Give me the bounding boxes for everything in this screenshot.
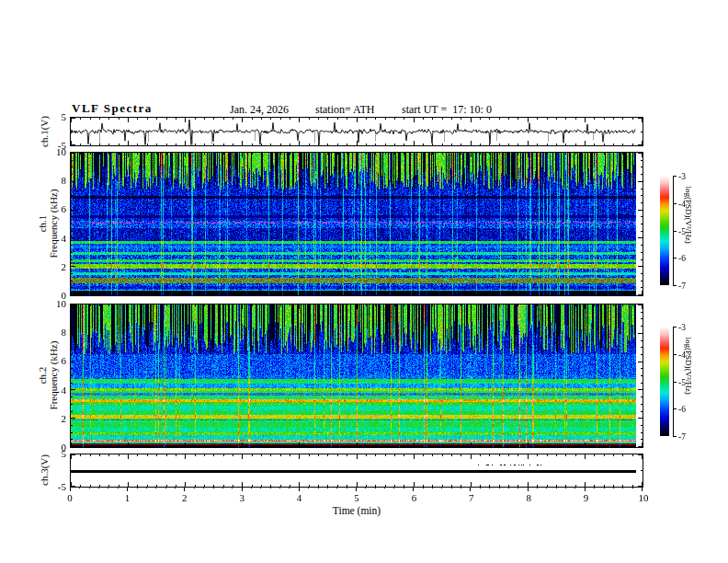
x-tick	[451, 445, 452, 447]
x-tick	[385, 454, 386, 456]
x-tick	[366, 304, 367, 306]
y-tick	[641, 312, 643, 313]
x-tick	[166, 304, 167, 306]
x-tick	[594, 293, 595, 295]
x-tick	[195, 118, 196, 120]
x-tick	[270, 304, 271, 306]
x-tick	[99, 454, 100, 456]
x-tick	[604, 304, 605, 306]
x-tick	[318, 454, 319, 456]
y-tick	[71, 181, 75, 182]
x-tick	[195, 445, 196, 447]
x-tick	[604, 144, 605, 145]
x-tick	[547, 118, 548, 120]
x-tick	[204, 445, 205, 447]
x-axis-outer-tick	[213, 487, 214, 488]
x-tick	[280, 485, 281, 487]
x-tick	[366, 153, 367, 155]
x-tick	[119, 445, 119, 447]
x-tick	[261, 153, 262, 155]
x-tick	[565, 153, 566, 155]
x-tick	[166, 454, 167, 456]
x-tick	[404, 293, 404, 295]
x-tick	[423, 144, 424, 145]
x-tick	[366, 485, 367, 487]
x-tick	[394, 304, 395, 306]
x-tick	[508, 454, 509, 456]
x-tick	[223, 153, 224, 155]
x-tick	[166, 485, 167, 487]
cb2-tick-label: -3	[678, 323, 686, 332]
cb2-tick-label: -5	[678, 378, 686, 387]
y-tick	[71, 454, 75, 455]
x-tick	[213, 153, 214, 155]
x-tick	[385, 153, 386, 155]
x-tick	[480, 118, 481, 120]
x-tick	[204, 304, 205, 306]
x-tick	[309, 445, 310, 447]
x-tick	[80, 153, 81, 155]
x-tick	[461, 304, 461, 306]
cb1-tick-label: -4	[678, 200, 686, 209]
x-tick	[90, 445, 91, 447]
x-tick	[299, 442, 300, 447]
x-tick	[128, 442, 129, 447]
cb1-bracket-tick	[673, 258, 677, 259]
x-tick	[632, 293, 633, 295]
x-tick	[451, 293, 452, 295]
y-tick	[71, 411, 73, 412]
y-tick	[638, 153, 643, 154]
x-tick	[575, 304, 576, 306]
y-tick	[641, 202, 643, 203]
x-tick	[528, 442, 529, 447]
y-tick	[71, 354, 73, 355]
x-tick	[185, 454, 186, 459]
x-tick	[337, 445, 338, 447]
x-axis-outer-tick	[423, 487, 424, 488]
y-tick	[641, 368, 643, 369]
spec2-freq-tick-label: 8	[46, 327, 66, 338]
y-tick	[638, 266, 643, 267]
y-tick	[71, 132, 73, 132]
x-tick	[375, 445, 376, 447]
x-tick	[537, 118, 538, 120]
y-tick	[641, 273, 643, 274]
x-tick	[594, 153, 595, 155]
y-tick	[71, 160, 73, 161]
x-tick	[604, 454, 605, 456]
x-tick	[375, 304, 376, 306]
x-tick	[451, 144, 452, 145]
x-tick	[518, 454, 518, 456]
x-tick	[309, 118, 310, 120]
y-tick	[641, 281, 643, 282]
x-tick	[585, 291, 586, 295]
x-tick	[528, 153, 529, 157]
x-tick	[185, 141, 186, 145]
x-tick	[309, 144, 310, 145]
x-tick	[195, 293, 196, 295]
x-tick	[223, 118, 224, 120]
x-tick	[318, 118, 319, 120]
x-axis-outer-tick	[508, 487, 509, 488]
x-tick	[547, 293, 548, 295]
x-tick	[537, 144, 538, 145]
x-tick	[394, 485, 395, 487]
x-tick	[108, 118, 109, 120]
x-tick	[99, 144, 100, 145]
x-tick	[480, 445, 481, 447]
x-tick	[99, 485, 100, 487]
x-tick	[195, 153, 196, 155]
x-tick	[108, 144, 109, 145]
x-tick	[471, 153, 472, 157]
time-axis-label: Time (min)	[311, 505, 403, 516]
y-tick	[71, 202, 73, 203]
x-tick	[632, 153, 633, 155]
station-label: station= ATH	[315, 103, 374, 117]
x-tick	[404, 454, 404, 456]
x-tick	[137, 304, 138, 306]
x-tick	[90, 485, 91, 487]
x-tick	[556, 144, 557, 145]
x-axis-outer-tick	[79, 487, 80, 488]
x-tick	[528, 304, 529, 309]
x-tick	[185, 291, 186, 295]
